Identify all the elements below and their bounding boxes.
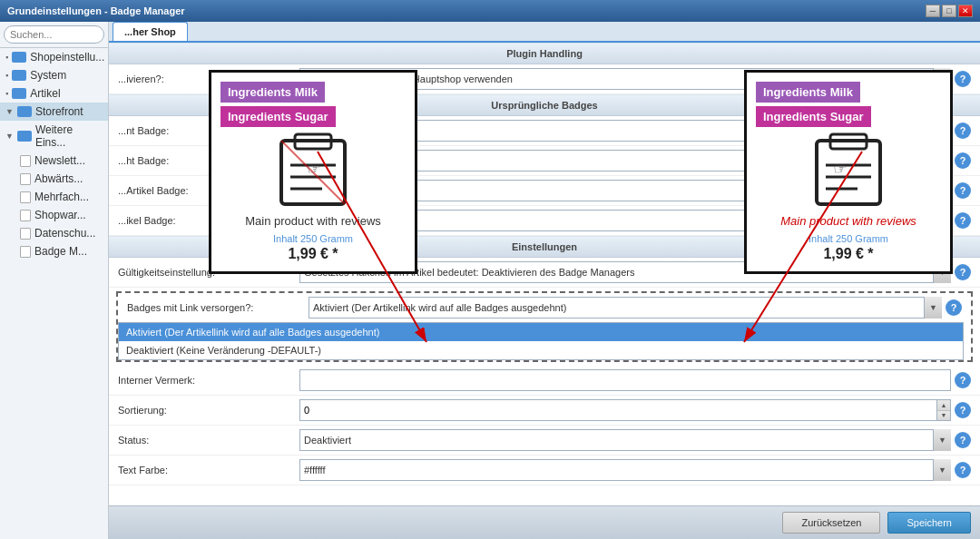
folder-icon-weitere	[17, 131, 32, 142]
control-sortierung: ▲ ▼ ?	[299, 399, 971, 421]
form-row-interner-vermerk: Interner Vermerk: ?	[109, 366, 980, 396]
dropdown-item-activated[interactable]: Aktiviert (Der Artikellink wird auf alle…	[119, 323, 963, 341]
input-text-farbe[interactable]	[299, 459, 951, 481]
window-title: Grundeinstellungen - Badge Manager	[7, 5, 185, 16]
sidebar-label-abwaerts: Abwärts...	[34, 172, 83, 185]
doc-icon-abwaerts	[20, 173, 31, 185]
preview-card-right: Ingredients Milk Ingredients Sugar ☞ Mai…	[744, 70, 953, 274]
product-price-right: 1,99 € *	[756, 246, 941, 262]
spacer-bottom	[109, 485, 980, 504]
dropdown-item-deactivated[interactable]: Deaktiviert (Keine Veränderung -DEFAULT-…	[119, 341, 963, 359]
label-text-farbe: Text Farbe:	[118, 465, 299, 475]
form-row-badges-mit-link: Badges mit Link versorgen?: Aktiviert (D…	[118, 293, 971, 322]
minimize-button[interactable]: ─	[926, 5, 940, 17]
help-btn-gueltig[interactable]: ?	[955, 264, 971, 280]
sidebar-item-datenschutz[interactable]: Datenschu...	[15, 224, 108, 242]
help-btn-badge1[interactable]: ?	[955, 122, 971, 139]
badges-mit-link-area: Badges mit Link versorgen?: Aktiviert (D…	[116, 291, 973, 362]
badge-sugar-right: Ingredients Sugar	[756, 106, 941, 127]
expand-icon: ▪	[5, 53, 8, 62]
doc-icon-newsletter	[20, 155, 31, 167]
bottom-bar: Zurücksetzen Speichern	[109, 505, 980, 539]
help-btn-plugin[interactable]: ?	[955, 71, 971, 87]
clipboard-icon-right	[812, 127, 885, 209]
select-wrapper-status: Deaktiviert ▼	[299, 429, 951, 451]
preview-card-left: Ingredients Milk Ingredients Sugar	[209, 70, 417, 274]
sidebar-item-shopeinstellungen[interactable]: ▪ Shopeinstellu...	[0, 48, 108, 66]
sidebar-sub: Newslett... Abwärts... Mehrfach... Shopw…	[0, 152, 108, 260]
scroll-content[interactable]: Plugin Handling ...ivieren?: Einstellung…	[109, 43, 980, 505]
help-btn-interner-vermerk[interactable]: ?	[955, 372, 971, 388]
cursor-left: ☞	[307, 159, 321, 179]
select-wrapper-badges-link: Aktiviert (Der Artikellink wird auf alle…	[309, 297, 942, 318]
product-title-right: Main product with reviews	[756, 214, 941, 228]
dropdown-list: Aktiviert (Der Artikellink wird auf alle…	[118, 322, 964, 360]
sidebar-label-newsletter: Newslett...	[34, 154, 85, 167]
badge-label-sugar-left: Ingredients Sugar	[220, 106, 336, 127]
select-status[interactable]: Deaktiviert	[299, 429, 951, 451]
label-badges-mit-link: Badges mit Link versorgen?:	[127, 302, 309, 313]
search-bar	[0, 22, 108, 48]
folder-icon	[12, 52, 26, 63]
sidebar-label-mehrfach: Mehrfach...	[34, 191, 89, 203]
main-window: ▪ Shopeinstellu... ▪ System ▪ Artikel ▼ …	[0, 22, 980, 539]
sidebar-item-badge-manager[interactable]: Badge M...	[15, 242, 108, 260]
form-row-sortierung: Sortierung: ▲ ▼ ?	[109, 396, 980, 426]
help-btn-sortierung[interactable]: ?	[955, 402, 971, 418]
product-content-right: Inhalt 250 Gramm	[756, 233, 941, 244]
folder-icon-storefront	[17, 106, 32, 117]
titlebar: Grundeinstellungen - Badge Manager ─ □ ✕	[0, 0, 980, 22]
sidebar-item-artikel[interactable]: ▪ Artikel	[0, 84, 108, 103]
number-arrows-sortierung: ▲ ▼	[936, 399, 951, 421]
cursor-right: ☞	[833, 159, 848, 179]
expand-icon-weitere: ▼	[5, 132, 14, 141]
expand-icon-storefront: ▼	[5, 107, 14, 116]
doc-icon-shopwar	[20, 210, 31, 221]
number-up-sortierung[interactable]: ▲	[937, 400, 950, 411]
product-price-left: 1,99 € *	[220, 246, 406, 262]
help-btn-status[interactable]: ?	[955, 432, 971, 448]
sidebar-item-shopwar[interactable]: Shopwar...	[15, 206, 108, 224]
sidebar-item-newsletter[interactable]: Newslett...	[15, 152, 108, 170]
input-sortierung[interactable]	[299, 399, 936, 421]
number-down-sortierung[interactable]: ▼	[937, 411, 950, 421]
tab-bar: ...her Shop	[109, 22, 980, 43]
control-badges-mit-link: Aktiviert (Der Artikellink wird auf alle…	[309, 297, 962, 318]
help-btn-badge2[interactable]: ?	[955, 152, 971, 169]
control-text-farbe: ▼ ?	[299, 459, 971, 481]
window-controls: ─ □ ✕	[926, 5, 973, 17]
sidebar-item-abwaerts[interactable]: Abwärts...	[15, 170, 108, 188]
help-btn-badges-link[interactable]: ?	[946, 299, 962, 316]
select-badges-mit-link[interactable]: Aktiviert (Der Artikellink wird auf alle…	[309, 297, 942, 318]
sidebar-item-storefront[interactable]: ▼ Storefront	[0, 103, 108, 121]
sidebar-label-weitere: Weitere Eins...	[35, 123, 103, 149]
content-area: ...her Shop Plugin Handling ...ivieren?:…	[109, 22, 980, 539]
help-btn-artikel-badge[interactable]: ?	[955, 182, 971, 199]
search-input[interactable]	[4, 25, 104, 44]
select-wrapper-text-farbe: ▼	[299, 459, 951, 481]
doc-icon-badge-manager	[20, 246, 31, 258]
sidebar-label-system: System	[30, 69, 66, 82]
label-interner-vermerk: Interner Vermerk:	[118, 375, 299, 386]
control-status: Deaktiviert ▼ ?	[299, 429, 971, 451]
badge-sugar-left: Ingredients Sugar	[220, 106, 406, 127]
sidebar-item-mehrfach[interactable]: Mehrfach...	[15, 188, 108, 206]
doc-icon-datenschutz	[20, 228, 31, 240]
sidebar-label-datenschutz: Datenschu...	[34, 227, 95, 240]
tab-main[interactable]: ...her Shop	[113, 22, 188, 41]
close-button[interactable]: ✕	[958, 5, 973, 17]
doc-icon-mehrfach	[20, 191, 31, 203]
sidebar-item-weitere[interactable]: ▼ Weitere Eins...	[0, 121, 108, 152]
input-interner-vermerk[interactable]	[299, 369, 951, 391]
badge-label-sugar-right: Ingredients Sugar	[756, 106, 871, 127]
help-btn-artikel-badge2[interactable]: ?	[955, 212, 971, 229]
help-btn-text-farbe[interactable]: ?	[955, 462, 971, 478]
sidebar-item-system[interactable]: ▪ System	[0, 66, 108, 84]
sidebar: ▪ Shopeinstellu... ▪ System ▪ Artikel ▼ …	[0, 22, 109, 539]
reset-button[interactable]: Zurücksetzen	[782, 512, 880, 534]
save-button[interactable]: Speichern	[887, 512, 971, 534]
sidebar-label-artikel: Artikel	[30, 87, 60, 100]
maximize-button[interactable]: □	[942, 5, 956, 17]
folder-icon-artikel	[12, 88, 26, 99]
form-row-status: Status: Deaktiviert ▼ ?	[109, 426, 980, 456]
